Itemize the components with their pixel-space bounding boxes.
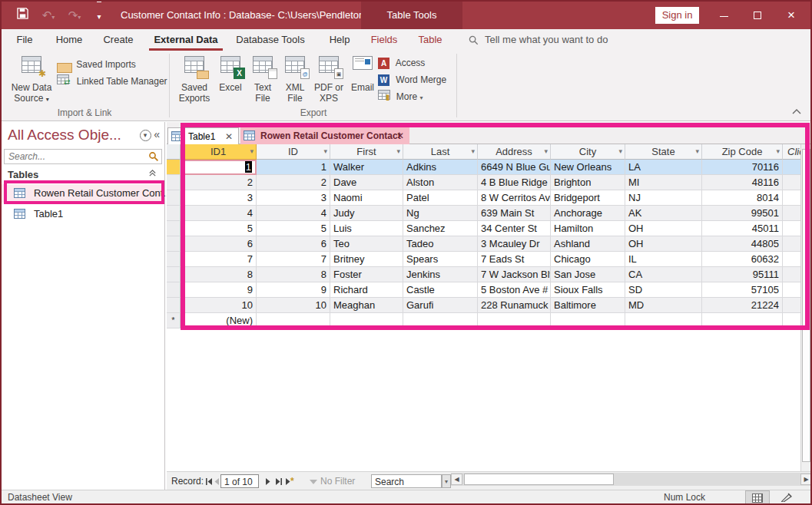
column-dropdown-icon[interactable]: ▾	[618, 144, 622, 159]
cell[interactable]: 8 W Cerritos Av	[478, 190, 551, 206]
export-text-file-button[interactable]: Text File	[247, 54, 278, 112]
cell[interactable]: 44805	[702, 236, 783, 252]
cell[interactable]	[783, 313, 800, 328]
cell[interactable]: Walker	[330, 160, 403, 175]
cell[interactable]: Garufi	[403, 298, 478, 313]
saved-exports-button[interactable]: Saved Exports	[175, 54, 214, 112]
vertical-scrollbar[interactable]	[800, 144, 811, 471]
record-position[interactable]: 1 of 10	[220, 474, 259, 488]
cell[interactable]: 6649 N Blue Gu	[478, 160, 551, 175]
cell[interactable]: 4	[181, 206, 257, 221]
cell[interactable]: 34 Center St	[478, 221, 551, 236]
column-header-state[interactable]: State▾	[625, 144, 702, 160]
nav-search-box[interactable]: Search...	[4, 149, 162, 164]
qat-customize-icon[interactable]: ▾	[88, 2, 111, 29]
maximize-button[interactable]	[741, 2, 774, 29]
cell[interactable]	[783, 175, 800, 190]
scroll-right-icon[interactable]: ▶	[800, 474, 812, 485]
cell[interactable]: 70116	[702, 160, 783, 175]
cell[interactable]: 6	[181, 236, 257, 252]
cell[interactable]: Foster	[330, 267, 403, 282]
ribbon-tab-help[interactable]: Help	[323, 29, 356, 51]
cell[interactable]: Spears	[403, 252, 478, 267]
search-icon[interactable]	[148, 151, 159, 165]
cell[interactable]: Chicago	[551, 252, 625, 267]
horizontal-scrollbar-thumb[interactable]	[464, 474, 614, 485]
cell[interactable]: 48116	[702, 175, 783, 190]
cell[interactable]: AK	[625, 206, 702, 221]
collapse-ribbon-icon[interactable]	[792, 107, 801, 117]
cell[interactable]: NJ	[625, 190, 702, 206]
cell[interactable]: 2	[181, 175, 257, 190]
nav-item-rowen-retail-customer-contact[interactable]: Rowen Retail Customer Cont...	[2, 184, 164, 203]
cell[interactable]: 60632	[702, 252, 783, 267]
ribbon-tab-file[interactable]: File	[8, 29, 41, 51]
ribbon-tab-create[interactable]: Create	[97, 29, 140, 51]
column-header-city[interactable]: City▾	[551, 144, 625, 160]
tell-me-box[interactable]: Tell me what you want to do	[469, 29, 608, 51]
cell[interactable]: Hamilton	[551, 221, 625, 236]
column-header-address[interactable]: Address▾	[478, 144, 551, 160]
cell[interactable]: 6	[257, 236, 330, 252]
ribbon-tab-home[interactable]: Home	[48, 29, 91, 51]
close-tab-icon[interactable]: ✕	[225, 131, 233, 142]
cell[interactable]: 57105	[702, 282, 783, 298]
cell[interactable]: OH	[625, 236, 702, 252]
ribbon-tab-external-data[interactable]: External Data	[149, 29, 223, 51]
cell[interactable]: 5	[257, 221, 330, 236]
export-pdf-xps-button[interactable]: ▣ PDF or XPS	[312, 54, 346, 112]
cell[interactable]: Baltimore	[551, 298, 625, 313]
cell[interactable]: 45011	[702, 221, 783, 236]
export-access-button[interactable]: A Access	[378, 55, 425, 71]
filter-status[interactable]: No Filter	[310, 474, 355, 488]
export-email-button[interactable]: Email	[347, 54, 378, 112]
column-dropdown-icon[interactable]: ▾	[695, 144, 699, 159]
cell[interactable]: 5 Boston Ave #	[478, 282, 551, 298]
ribbon-tab-table[interactable]: Table	[413, 29, 447, 51]
cell[interactable]: 2	[257, 175, 330, 190]
cell[interactable]: 7 W Jackson Blv	[478, 267, 551, 282]
cell[interactable]: Sioux Falls	[551, 282, 625, 298]
cell[interactable]: 3	[181, 190, 257, 206]
cell[interactable]: 10	[257, 298, 330, 313]
cell[interactable]: MD	[625, 298, 702, 313]
cell[interactable]: Richard	[330, 282, 403, 298]
search-dropdown-icon[interactable]: ▾	[442, 474, 451, 488]
vertical-scrollbar-thumb[interactable]	[802, 149, 810, 462]
column-header-last[interactable]: Last▾	[403, 144, 478, 160]
row-selector[interactable]	[167, 160, 181, 175]
cell[interactable]	[478, 313, 551, 328]
export-excel-button[interactable]: X Excel	[215, 54, 246, 112]
cell[interactable]: New Orleans	[551, 160, 625, 175]
cell[interactable]: Britney	[330, 252, 403, 267]
cell[interactable]: 8	[181, 267, 257, 282]
minimize-button[interactable]	[707, 2, 741, 29]
cell[interactable]	[625, 313, 702, 328]
cell[interactable]: 9	[181, 282, 257, 298]
cell[interactable]: Meaghan	[330, 298, 403, 313]
close-tab-icon[interactable]: ✕	[396, 130, 404, 141]
cell[interactable]: Sanchez	[403, 221, 478, 236]
cell[interactable]	[330, 313, 403, 328]
row-selector[interactable]: *	[167, 313, 181, 328]
cell[interactable]: SD	[625, 282, 702, 298]
cell[interactable]: 95111	[702, 267, 783, 282]
column-dropdown-icon[interactable]: ▾	[544, 144, 548, 159]
cell[interactable]: Alston	[403, 175, 478, 190]
row-selector[interactable]	[167, 252, 181, 267]
cell[interactable]: 1	[181, 160, 257, 175]
cell[interactable]: (New)	[181, 313, 257, 328]
cell[interactable]: Bridgeport	[551, 190, 625, 206]
cell[interactable]: 7 Eads St	[478, 252, 551, 267]
cell[interactable]: 5	[181, 221, 257, 236]
close-button[interactable]: ×	[774, 2, 808, 29]
row-selector[interactable]	[167, 190, 181, 206]
column-header-zip-code[interactable]: Zip Code▾	[702, 144, 783, 160]
row-selector[interactable]	[167, 236, 181, 252]
saved-imports-button[interactable]: ↓ Saved Imports	[57, 57, 136, 72]
undo-icon[interactable]: ↶▾	[37, 2, 60, 29]
save-icon[interactable]	[11, 2, 34, 29]
column-dropdown-icon[interactable]: ▾	[471, 144, 475, 159]
datasheet-view-button[interactable]	[745, 490, 770, 505]
new-record-icon[interactable]: *	[285, 474, 294, 488]
